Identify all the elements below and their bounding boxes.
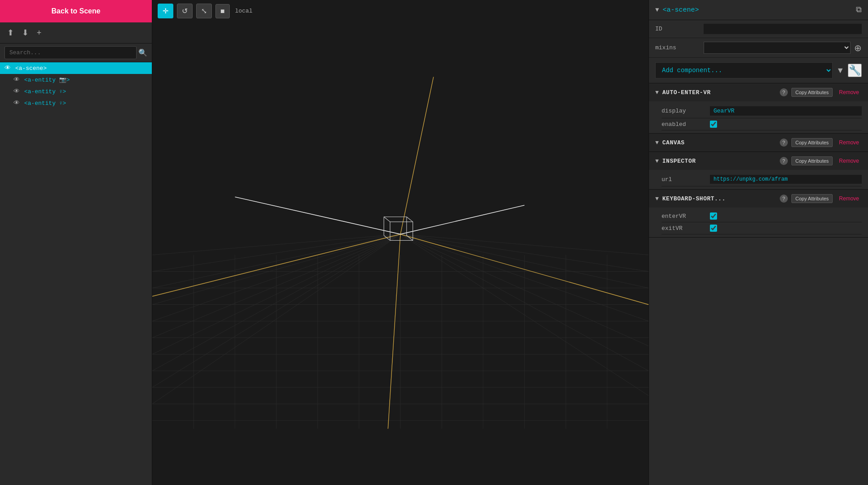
prop-link-url[interactable]: https://unpkg.com/afram bbox=[710, 175, 862, 184]
sidebar: Back to Scene ⬆ ⬇ + 🔍 👁<a-scene>👁<a-enti… bbox=[0, 0, 152, 485]
copy-attrs-button-keyboard-short[interactable]: Copy Attributes bbox=[791, 194, 833, 203]
export-button[interactable]: ⬆ bbox=[5, 27, 16, 39]
tree-label-a-entity-vr1: <a-entity ♀> bbox=[24, 88, 66, 95]
eye-icon-a-entity-vr1[interactable]: 👁 bbox=[13, 88, 21, 95]
component-name-keyboard-short: KEYBOARD-SHORT... bbox=[662, 195, 776, 202]
components-container: ▼AUTO-ENTER-VR?Copy AttributesRemovedisp… bbox=[649, 83, 868, 238]
chevron-icon-canvas: ▼ bbox=[655, 139, 659, 146]
tree-item-a-entity-vr2[interactable]: 👁<a-entity ♀> bbox=[0, 97, 152, 109]
sidebar-search: 🔍 bbox=[0, 43, 152, 62]
save-button[interactable]: ⬇ bbox=[20, 27, 30, 39]
back-to-scene-button[interactable]: Back to Scene bbox=[0, 0, 152, 22]
id-field-row: ID bbox=[649, 20, 868, 38]
search-icon: 🔍 bbox=[138, 49, 147, 56]
viewport-toolbar: ✛ ↺ ⤡ ■ local bbox=[152, 0, 649, 22]
prop-label-url: url bbox=[662, 176, 706, 183]
component-help-keyboard-short[interactable]: ? bbox=[780, 195, 788, 203]
copy-attrs-button-inspector[interactable]: Copy Attributes bbox=[791, 156, 833, 165]
prop-row-keyboard-short-enterVR: enterVR bbox=[662, 210, 862, 222]
eye-icon-a-entity-vr2[interactable]: 👁 bbox=[13, 100, 21, 107]
square-tool-button[interactable]: ■ bbox=[215, 4, 230, 18]
chevron-icon-auto-enter-vr: ▼ bbox=[655, 89, 659, 96]
checkbox-keyboard-short-enterVR[interactable] bbox=[710, 212, 717, 220]
component-help-inspector[interactable]: ? bbox=[780, 157, 788, 165]
add-entity-button[interactable]: + bbox=[35, 27, 43, 39]
id-label: ID bbox=[655, 26, 700, 32]
prop-row-inspector-url: urlhttps://unpkg.com/afram bbox=[662, 173, 862, 186]
id-input[interactable] bbox=[704, 24, 862, 34]
component-auto-enter-vr: ▼AUTO-ENTER-VR?Copy AttributesRemovedisp… bbox=[649, 83, 868, 134]
mode-label: local bbox=[235, 8, 253, 14]
sidebar-toolbar: ⬆ ⬇ + bbox=[0, 22, 152, 43]
prop-row-keyboard-short-exitVR: exitVR bbox=[662, 222, 862, 234]
add-component-row: Add component... ▼ 🔧 bbox=[649, 58, 868, 83]
mixin-label: mixins bbox=[655, 44, 700, 51]
component-body-auto-enter-vr: displayenabled bbox=[649, 101, 868, 133]
component-name-auto-enter-vr: AUTO-ENTER-VR bbox=[662, 89, 776, 96]
tree-label-a-entity-camera: <a-entity 📷> bbox=[24, 76, 70, 83]
component-name-canvas: CANVAS bbox=[662, 139, 776, 146]
scene-svg bbox=[152, 0, 649, 485]
remove-button-canvas[interactable]: Remove bbox=[836, 138, 862, 147]
component-header-canvas[interactable]: ▼CANVAS?Copy AttributesRemove bbox=[649, 134, 868, 152]
prop-label-enabled: enabled bbox=[662, 121, 706, 128]
plus-icon: + bbox=[37, 28, 42, 37]
export-icon: ⬆ bbox=[7, 28, 14, 37]
panel-copy-icon[interactable]: ⧉ bbox=[856, 5, 862, 14]
tree-label-a-entity-vr2: <a-entity ♀> bbox=[24, 100, 66, 107]
chevron-icon-keyboard-short: ▼ bbox=[655, 195, 659, 202]
prop-row-auto-enter-vr-display: display bbox=[662, 104, 862, 118]
component-inspector: ▼INSPECTOR?Copy AttributesRemoveurlhttps… bbox=[649, 152, 868, 190]
prop-row-auto-enter-vr-enabled: enabled bbox=[662, 118, 862, 130]
checkbox-auto-enter-vr-enabled[interactable] bbox=[710, 121, 717, 128]
component-help-canvas[interactable]: ? bbox=[780, 139, 788, 147]
component-dropdown-button[interactable]: ▼ bbox=[836, 66, 844, 75]
add-component-select[interactable]: Add component... bbox=[655, 62, 833, 78]
search-input[interactable] bbox=[4, 46, 137, 59]
prop-input-display[interactable] bbox=[710, 106, 862, 116]
3d-canvas bbox=[152, 0, 649, 485]
component-body-keyboard-short: enterVRexitVR bbox=[649, 208, 868, 237]
eye-icon-a-scene[interactable]: 👁 bbox=[4, 65, 12, 72]
tree-item-a-scene[interactable]: 👁<a-scene> bbox=[0, 62, 152, 74]
mixin-row: mixins ⊕ bbox=[649, 38, 868, 58]
component-header-keyboard-short[interactable]: ▼KEYBOARD-SHORT...?Copy AttributesRemove bbox=[649, 190, 868, 208]
mixin-select[interactable] bbox=[704, 42, 851, 54]
checkbox-keyboard-short-exitVR[interactable] bbox=[710, 225, 717, 232]
copy-attrs-button-canvas[interactable]: Copy Attributes bbox=[791, 138, 833, 147]
remove-button-auto-enter-vr[interactable]: Remove bbox=[836, 88, 862, 97]
move-tool-button[interactable]: ✛ bbox=[158, 4, 173, 18]
component-body-inspector: urlhttps://unpkg.com/afram bbox=[649, 170, 868, 189]
remove-button-keyboard-short[interactable]: Remove bbox=[836, 194, 862, 203]
component-add-icon-button[interactable]: 🔧 bbox=[848, 64, 862, 77]
viewport: ✛ ↺ ⤡ ■ local bbox=[152, 0, 649, 485]
remove-button-inspector[interactable]: Remove bbox=[836, 156, 862, 165]
prop-label-display: display bbox=[662, 108, 706, 114]
mixin-add-button[interactable]: ⊕ bbox=[854, 43, 862, 53]
panel-chevron-icon[interactable]: ▼ bbox=[655, 6, 659, 13]
prop-label-enterVR: enterVR bbox=[662, 213, 706, 220]
rotate-tool-button[interactable]: ↺ bbox=[177, 4, 193, 18]
search-button[interactable]: 🔍 bbox=[138, 48, 147, 57]
component-header-auto-enter-vr[interactable]: ▼AUTO-ENTER-VR?Copy AttributesRemove bbox=[649, 83, 868, 101]
prop-label-exitVR: exitVR bbox=[662, 225, 706, 232]
tree-item-a-entity-camera[interactable]: 👁<a-entity 📷> bbox=[0, 74, 152, 86]
save-icon: ⬇ bbox=[22, 28, 29, 37]
tree-label-a-scene: <a-scene> bbox=[15, 65, 47, 72]
eye-icon-a-entity-camera[interactable]: 👁 bbox=[13, 76, 21, 83]
component-help-auto-enter-vr[interactable]: ? bbox=[780, 88, 788, 96]
component-canvas: ▼CANVAS?Copy AttributesRemove bbox=[649, 134, 868, 152]
scale-tool-button[interactable]: ⤡ bbox=[196, 4, 212, 18]
scene-tree: 👁<a-scene>👁<a-entity 📷>👁<a-entity ♀>👁<a-… bbox=[0, 62, 152, 485]
copy-attrs-button-auto-enter-vr[interactable]: Copy Attributes bbox=[791, 88, 833, 97]
component-keyboard-short: ▼KEYBOARD-SHORT...?Copy AttributesRemove… bbox=[649, 190, 868, 238]
right-panel: ▼ <a-scene> ⧉ ID mixins ⊕ Add component.… bbox=[649, 0, 868, 485]
tree-item-a-entity-vr1[interactable]: 👁<a-entity ♀> bbox=[0, 86, 152, 97]
component-header-inspector[interactable]: ▼INSPECTOR?Copy AttributesRemove bbox=[649, 152, 868, 170]
chevron-icon-inspector: ▼ bbox=[655, 158, 659, 165]
component-name-inspector: INSPECTOR bbox=[662, 158, 776, 165]
panel-header: ▼ <a-scene> ⧉ bbox=[649, 0, 868, 20]
panel-title: <a-scene> bbox=[662, 6, 852, 14]
